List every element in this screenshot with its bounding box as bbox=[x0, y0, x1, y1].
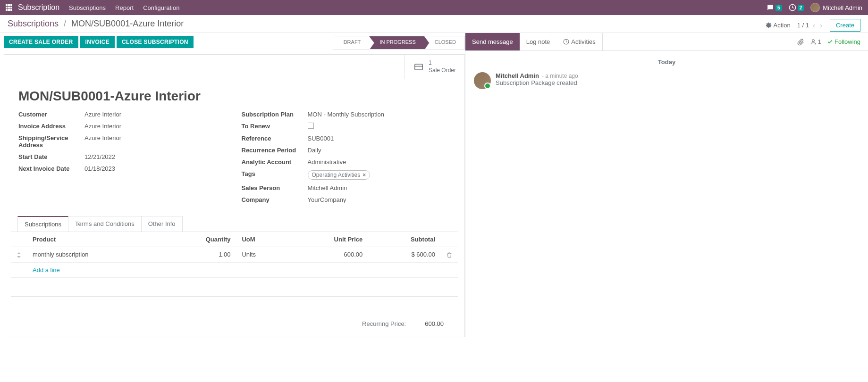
label-plan: Subscription Plan bbox=[242, 111, 308, 118]
followers-button[interactable]: 1 bbox=[810, 38, 821, 45]
tab-terms[interactable]: Terms and Conditions bbox=[68, 216, 142, 232]
record-title: MON/SUB0001-Azure Interior bbox=[4, 79, 464, 108]
breadcrumb-current: MON/SUB0001-Azure Interior bbox=[71, 19, 184, 28]
top-navbar: Subscription Subscriptions Report Config… bbox=[0, 0, 868, 15]
tag-remove-icon[interactable]: × bbox=[362, 172, 366, 178]
cell-unit-price[interactable]: 600.00 bbox=[287, 247, 368, 263]
breadcrumb-root[interactable]: Subscriptions bbox=[8, 19, 59, 28]
status-bar: DRAFT IN PROGRESS CLOSED bbox=[333, 36, 465, 50]
invoice-button[interactable]: INVOICE bbox=[80, 36, 115, 48]
action-dropdown[interactable]: Action bbox=[766, 22, 791, 29]
user-avatar-icon bbox=[810, 3, 820, 12]
svg-point-7 bbox=[812, 39, 815, 42]
svg-rect-2 bbox=[415, 64, 423, 70]
value-reference[interactable]: SUB0001 bbox=[308, 135, 451, 142]
stat-count: 1 bbox=[429, 59, 432, 66]
activities-icon[interactable]: 2 bbox=[789, 4, 804, 11]
cell-product[interactable]: monthly subscription bbox=[27, 247, 163, 263]
nav-configuration[interactable]: Configuration bbox=[143, 4, 179, 11]
send-message-button[interactable]: Send message bbox=[465, 33, 520, 50]
pager-value[interactable]: 1 / 1 bbox=[797, 22, 809, 29]
messages-icon[interactable]: 5 bbox=[767, 4, 782, 11]
drag-handle-icon[interactable] bbox=[11, 247, 27, 263]
value-plan[interactable]: MON - Monthly Subscription bbox=[308, 111, 451, 118]
messages-badge: 5 bbox=[775, 5, 782, 11]
message-text: Subscription Package created bbox=[496, 79, 860, 86]
label-sales-person: Sales Person bbox=[242, 184, 308, 191]
chatter-date: Today bbox=[474, 56, 860, 68]
value-company[interactable]: YourCompany bbox=[308, 196, 451, 203]
value-sales-person[interactable]: Mitchell Admin bbox=[308, 184, 451, 191]
pager-next-icon[interactable]: › bbox=[819, 21, 823, 29]
status-in-progress[interactable]: IN PROGRESS bbox=[369, 36, 424, 49]
close-subscription-button[interactable]: CLOSE SUBSCRIPTION bbox=[117, 36, 194, 48]
attachment-icon[interactable] bbox=[797, 38, 804, 45]
control-panel: Subscriptions / MON/SUB0001-Azure Interi… bbox=[0, 15, 868, 33]
tab-subscriptions[interactable]: Subscriptions bbox=[17, 216, 68, 232]
svg-marker-5 bbox=[17, 256, 21, 258]
label-recurrence: Recurrence Period bbox=[242, 147, 308, 154]
tab-other-info[interactable]: Other Info bbox=[141, 216, 183, 232]
label-customer: Customer bbox=[18, 111, 84, 118]
label-invoice-addr: Invoice Address bbox=[18, 123, 84, 130]
label-tags: Tags bbox=[242, 170, 308, 177]
user-menu[interactable]: Mitchell Admin bbox=[810, 3, 862, 12]
value-analytic[interactable]: Administrative bbox=[308, 158, 451, 166]
label-next-invoice: Next Invoice Date bbox=[18, 165, 84, 172]
value-shipping[interactable]: Azure Interior bbox=[84, 134, 228, 141]
tag-chip[interactable]: Operating Activities× bbox=[308, 170, 371, 180]
status-closed[interactable]: CLOSED bbox=[424, 36, 464, 49]
status-draft[interactable]: DRAFT bbox=[333, 36, 370, 49]
nav-report[interactable]: Report bbox=[115, 4, 134, 11]
label-analytic: Analytic Account bbox=[242, 158, 308, 166]
chatter: Send message Log note Activities 1 Follo… bbox=[465, 33, 868, 337]
create-button[interactable]: Create bbox=[830, 19, 860, 32]
label-reference: Reference bbox=[242, 135, 308, 142]
th-uom: UoM bbox=[236, 232, 287, 247]
value-next-invoice[interactable]: 01/18/2023 bbox=[84, 165, 228, 172]
app-title: Subscription bbox=[18, 3, 59, 12]
cell-subtotal: $ 600.00 bbox=[368, 247, 441, 263]
message-avatar-icon bbox=[474, 72, 491, 89]
label-to-renew: To Renew bbox=[242, 123, 308, 130]
message-author[interactable]: Mitchell Admin bbox=[496, 72, 539, 79]
following-button[interactable]: Following bbox=[827, 38, 860, 45]
value-invoice-addr[interactable]: Azure Interior bbox=[84, 123, 228, 130]
activities-button[interactable]: Activities bbox=[556, 33, 602, 50]
value-recurrence[interactable]: Daily bbox=[308, 147, 451, 154]
svg-marker-4 bbox=[17, 252, 21, 254]
breadcrumb: Subscriptions / MON/SUB0001-Azure Interi… bbox=[8, 19, 766, 29]
activities-badge: 2 bbox=[798, 5, 804, 11]
credit-card-icon bbox=[413, 62, 424, 72]
message-time: - a minute ago bbox=[542, 73, 578, 79]
label-start-date: Start Date bbox=[18, 153, 84, 160]
pager-prev-icon[interactable]: ‹ bbox=[812, 21, 816, 29]
value-start-date[interactable]: 12/21/2022 bbox=[84, 153, 228, 160]
log-note-button[interactable]: Log note bbox=[520, 33, 557, 50]
pager: 1 / 1 ‹ › bbox=[797, 21, 823, 29]
form-sheet: 1 Sale Order MON/SUB0001-Azure Interior … bbox=[4, 54, 465, 337]
chatter-message: Mitchell Admin - a minute ago Subscripti… bbox=[474, 68, 860, 93]
value-customer[interactable]: Azure Interior bbox=[84, 111, 228, 118]
create-sale-order-button[interactable]: CREATE SALE ORDER bbox=[4, 36, 78, 48]
th-product: Product bbox=[27, 232, 163, 247]
apps-menu-icon[interactable] bbox=[6, 4, 12, 11]
lines-table: Product Quantity UoM Unit Price Subtotal… bbox=[11, 232, 458, 297]
cell-qty[interactable]: 1.00 bbox=[163, 247, 236, 263]
label-company: Company bbox=[242, 196, 308, 203]
stat-sale-order-button[interactable]: 1 Sale Order bbox=[405, 55, 464, 79]
total-value: 600.00 bbox=[425, 320, 444, 327]
to-renew-checkbox[interactable] bbox=[308, 123, 314, 129]
add-line-link[interactable]: Add a line bbox=[33, 266, 60, 274]
th-unit-price: Unit Price bbox=[287, 232, 368, 247]
table-row[interactable]: monthly subscription 1.00 Units 600.00 $… bbox=[11, 247, 458, 263]
nav-subscriptions[interactable]: Subscriptions bbox=[69, 4, 106, 11]
th-qty: Quantity bbox=[163, 232, 236, 247]
followers-count: 1 bbox=[818, 38, 821, 45]
stat-label: Sale Order bbox=[429, 67, 456, 74]
total-label: Recurring Price: bbox=[362, 320, 406, 327]
tag-label: Operating Activities bbox=[312, 172, 361, 178]
cell-uom[interactable]: Units bbox=[236, 247, 287, 263]
delete-row-icon[interactable] bbox=[441, 247, 458, 263]
th-subtotal: Subtotal bbox=[368, 232, 441, 247]
